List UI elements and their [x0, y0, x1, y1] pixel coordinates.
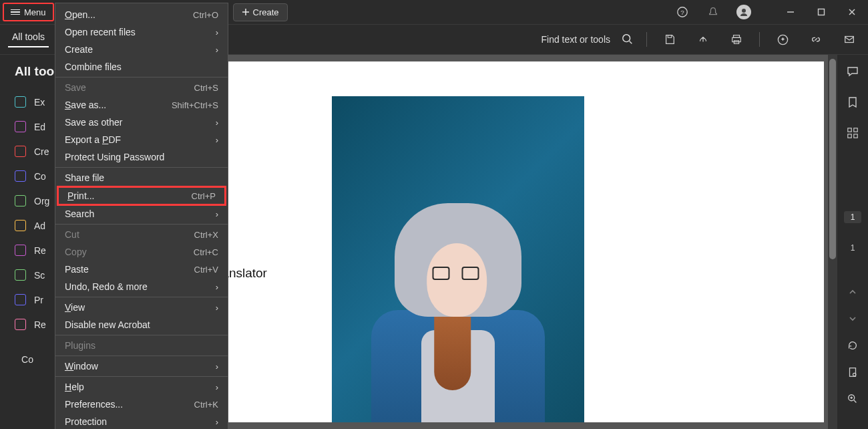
find-text-label[interactable]: Find text or tools [541, 34, 611, 45]
scrollbar[interactable] [828, 55, 837, 429]
maximize-button[interactable] [811, 1, 832, 23]
bookmark-icon[interactable] [845, 95, 860, 110]
page-properties-icon[interactable] [845, 365, 860, 380]
sidebar-item[interactable]: Re [0, 312, 55, 337]
menu-item-window[interactable]: Window› [55, 358, 228, 375]
sidebar-item[interactable]: Sc [0, 263, 55, 287]
hamburger-icon [11, 9, 20, 15]
svg-rect-14 [854, 134, 857, 138]
tool-icon [15, 245, 26, 256]
link-icon[interactable] [805, 29, 827, 50]
right-panel: 1 1 [837, 55, 868, 429]
menu-item-copy: CopyCtrl+C [55, 243, 228, 261]
menu-item-create[interactable]: Create› [55, 41, 228, 58]
sidebar-item[interactable]: Pr [0, 287, 55, 312]
rotate-icon[interactable] [845, 338, 860, 353]
svg-text:?: ? [680, 9, 684, 16]
svg-rect-15 [850, 368, 856, 377]
sidebar-item[interactable]: Org [0, 188, 55, 213]
menu-button-label: Menu [24, 7, 46, 17]
tool-icon [15, 170, 26, 182]
sidebar-item[interactable]: Cre [0, 139, 55, 164]
menu-item-protect[interactable]: Protect Using Password [55, 148, 228, 166]
search-icon[interactable] [617, 29, 638, 50]
menu-item-protection[interactable]: Protection› [55, 413, 228, 429]
menu-item-share[interactable]: Share file [55, 169, 228, 186]
tool-icon [15, 220, 26, 231]
ai-assist-icon[interactable] [772, 29, 793, 50]
thumbnails-icon[interactable] [845, 126, 860, 140]
tool-icon [15, 121, 26, 132]
minimize-button[interactable] [780, 1, 801, 23]
menu-item-search[interactable]: Search› [55, 205, 228, 223]
menu-item-help[interactable]: Help› [55, 378, 228, 396]
sidebar: All tools Ex Ed Cre Co Org Ad Re Sc Pr R… [0, 55, 55, 429]
save-icon[interactable] [659, 29, 680, 50]
upload-icon[interactable] [692, 29, 714, 50]
scrollbar-thumb[interactable] [829, 59, 836, 259]
print-icon[interactable] [726, 29, 747, 50]
svg-rect-12 [854, 128, 857, 132]
page-down-icon[interactable] [845, 311, 860, 326]
page-total: 1 [851, 243, 855, 253]
zoom-icon[interactable] [845, 392, 860, 406]
account-icon[interactable] [733, 1, 754, 23]
sidebar-item[interactable]: Ex [0, 90, 55, 114]
svg-point-4 [623, 35, 630, 42]
menu-item-open[interactable]: Open...Ctrl+O [55, 6, 228, 23]
tool-icon [15, 195, 26, 206]
help-icon[interactable]: ? [672, 1, 693, 23]
menu-item-view[interactable]: View› [55, 299, 228, 316]
sidebar-item[interactable]: Ed [0, 114, 55, 139]
menu-item-undo-redo[interactable]: Undo, Redo & more› [55, 278, 228, 295]
menu-item-cut: CutCtrl+X [55, 226, 228, 243]
menu-item-save: SaveCtrl+S [55, 79, 228, 96]
svg-rect-10 [845, 37, 854, 43]
menu-item-save-as[interactable]: Save as...Shift+Ctrl+S [55, 96, 228, 114]
document-image [332, 96, 584, 422]
menu-item-save-other[interactable]: Save as other› [55, 114, 228, 131]
menu-item-print[interactable]: Print...Ctrl+P [58, 187, 225, 204]
create-button[interactable]: Create [233, 3, 288, 21]
create-button-label: Create [253, 7, 279, 17]
menu-item-combine[interactable]: Combine files [55, 58, 228, 76]
bell-icon[interactable] [702, 1, 724, 23]
close-button[interactable] [841, 1, 863, 23]
tool-icon [15, 294, 26, 305]
page-current[interactable]: 1 [844, 211, 862, 223]
svg-point-2 [742, 9, 746, 13]
svg-rect-13 [848, 134, 851, 138]
tool-icon [15, 96, 26, 108]
menu-item-export-pdf[interactable]: Export a PDF› [55, 131, 228, 148]
svg-rect-11 [848, 128, 851, 132]
page-up-icon[interactable] [845, 285, 860, 299]
tool-icon [15, 319, 26, 330]
plus-icon [242, 8, 250, 16]
tool-icon [15, 269, 26, 281]
comment-icon[interactable] [845, 64, 860, 79]
menu-item-preferences[interactable]: Preferences...Ctrl+K [55, 396, 228, 413]
tool-icon [15, 146, 26, 157]
menu-item-paste[interactable]: PasteCtrl+V [55, 261, 228, 278]
sidebar-footer[interactable]: Co [0, 347, 55, 372]
menu-button[interactable]: Menu [3, 3, 54, 21]
main-menu-dropdown: Open...Ctrl+O Open recent files› Create›… [55, 3, 228, 429]
svg-rect-3 [819, 9, 825, 15]
sidebar-item[interactable]: Re [0, 238, 55, 263]
tab-all-tools[interactable]: All tools [8, 31, 49, 47]
svg-rect-7 [732, 37, 741, 41]
sidebar-item[interactable]: Co [0, 164, 55, 188]
menu-item-disable[interactable]: Disable new Acrobat [55, 316, 228, 333]
sidebar-item[interactable]: Ad [0, 213, 55, 238]
menu-item-plugins: Plugins [55, 337, 228, 354]
sidebar-title: All tools [0, 64, 55, 90]
menu-item-open-recent[interactable]: Open recent files› [55, 23, 228, 41]
mail-icon[interactable] [839, 29, 860, 50]
